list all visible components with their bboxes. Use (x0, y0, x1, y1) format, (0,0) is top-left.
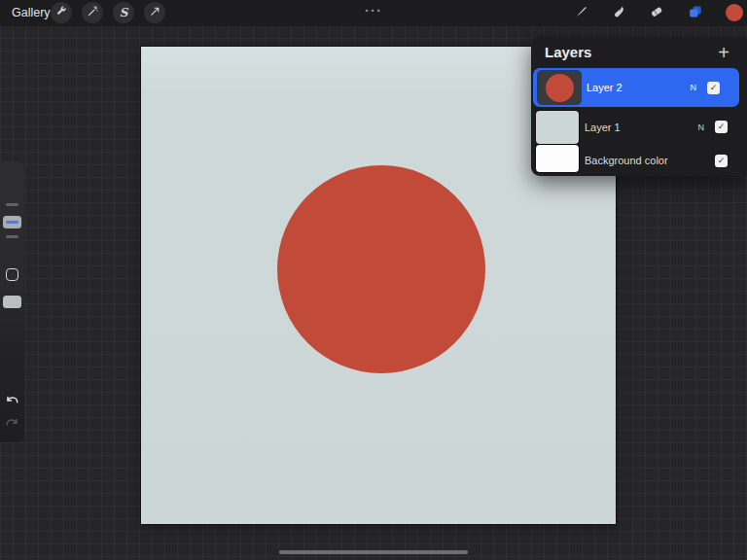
home-indicator[interactable] (279, 550, 468, 554)
top-toolbar: Gallery S ··· (0, 0, 747, 26)
layer2-thumbnail (538, 71, 581, 104)
blend-mode-badge[interactable]: N (691, 83, 697, 92)
layer2-thumbnail-circle (546, 74, 574, 102)
layers-panel-header: Layers + (531, 37, 747, 69)
layer-row-background[interactable]: Background color ✓ (531, 145, 747, 176)
layer-row-layer2[interactable]: Layer 2 N ✓ (533, 68, 739, 107)
painted-red-circle (277, 165, 485, 373)
layers-panel-title: Layers (545, 44, 591, 60)
brush-icon (574, 4, 589, 23)
selection-button[interactable]: S (113, 2, 134, 23)
brush-tool-button[interactable] (571, 3, 592, 24)
undo-icon (5, 395, 19, 413)
selection-s-icon: S (120, 7, 128, 18)
layer-visibility-checkbox[interactable]: ✓ (707, 82, 720, 94)
actions-button[interactable] (51, 2, 72, 23)
wrench-icon (55, 4, 68, 21)
layer-visibility-checkbox[interactable]: ✓ (715, 121, 728, 133)
layer-name: Background color (585, 155, 668, 166)
transform-arrow-icon (149, 4, 161, 21)
gallery-button[interactable]: Gallery (12, 0, 51, 26)
canvas-menu-dots[interactable]: ··· (354, 0, 393, 23)
sidebar-tool-strip (0, 161, 24, 442)
layers-panel-button[interactable] (685, 3, 706, 24)
layer-visibility-checkbox[interactable]: ✓ (715, 155, 728, 167)
slider-tick-lower (6, 235, 18, 238)
brush-size-accent-dash (6, 221, 18, 224)
layer-name: Layer 1 (585, 122, 621, 133)
transform-button[interactable] (144, 2, 165, 23)
redo-button[interactable] (4, 418, 20, 435)
layer1-thumbnail (536, 111, 579, 144)
active-color-swatch[interactable] (726, 4, 743, 21)
adjustments-button[interactable] (82, 2, 103, 23)
layers-icon (688, 4, 703, 23)
eraser-icon (649, 4, 664, 23)
redo-icon (5, 417, 19, 436)
add-layer-button[interactable]: + (718, 41, 729, 64)
layer-row-layer1[interactable]: Layer 1 N ✓ (531, 108, 747, 146)
modify-button[interactable] (6, 268, 18, 281)
smudge-finger-icon (612, 4, 627, 23)
eraser-tool-button[interactable] (646, 3, 667, 24)
layer-name: Layer 2 (587, 82, 622, 93)
layers-panel: Layers + Layer 2 N ✓ Layer 1 N ✓ Backgro… (531, 37, 747, 176)
slider-tick-upper (6, 203, 18, 206)
undo-button[interactable] (4, 396, 20, 412)
magic-wand-icon (87, 4, 99, 21)
blend-mode-badge[interactable]: N (698, 122, 705, 132)
smudge-tool-button[interactable] (609, 3, 630, 24)
opacity-slider[interactable] (3, 296, 21, 308)
brush-size-slider[interactable] (3, 216, 21, 228)
background-thumbnail (536, 145, 579, 172)
